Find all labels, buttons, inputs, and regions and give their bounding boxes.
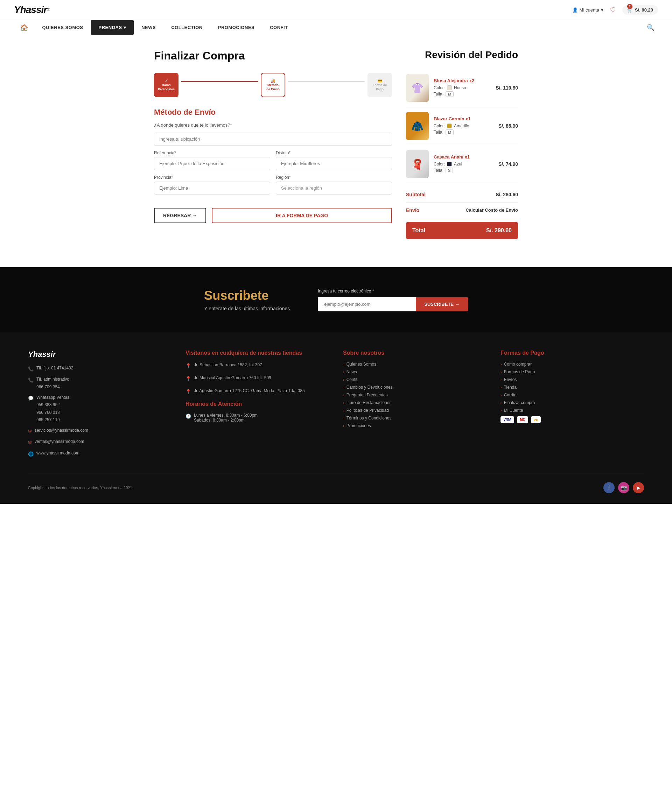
main-content: Finalizar Compra ✓ DatosPersonales 🚚 Mét… (126, 35, 546, 253)
header-actions: 👤 Mi cuenta ▾ ♡ 2 🛒 S/. 90.20 (572, 5, 658, 15)
stores-heading: Visitanos en cualquiera de nuestras tien… (186, 350, 329, 356)
footer-link-confit[interactable]: ›Confit (343, 377, 486, 382)
footer-link-carrito[interactable]: ›Carrito (501, 393, 644, 398)
footer-whatsapp-text: Whatsapp Ventas:959 388 952966 760 01896… (37, 394, 70, 424)
referencia-label: Referencia* (154, 150, 270, 155)
footer-link-faq[interactable]: ›Preguntas Frecuentes (343, 393, 486, 398)
newsletter-email-label: Ingresa tu correo electrónico * (318, 289, 467, 294)
order-item-1-talla: Talla: M (434, 91, 491, 97)
footer-contact-list: 📞 Tlf. fijo: 01 4741482 📞 Tlf. administr… (28, 364, 171, 458)
nav-item-news[interactable]: NEWS (134, 20, 163, 35)
phone-admin-icon: 📞 (28, 376, 34, 384)
order-item-2-image: 🧥 (406, 112, 429, 140)
referencia-input[interactable] (154, 157, 270, 170)
whatsapp-icon: 💬 (28, 394, 34, 402)
footer-admin-text: Tlf. administrativo:966 709 354 (37, 376, 70, 391)
payment-icons: VISA MC PE (501, 416, 644, 423)
delivery-icon: 🚚 (270, 78, 275, 83)
chevron-icon: › (343, 362, 344, 366)
order-item-3-details: Casaca Anahí x1 Color: Azul Talla: S (434, 154, 493, 174)
search-button[interactable]: 🔍 (643, 20, 658, 35)
footer-contact-website[interactable]: 🌐 www.yhassirmoda.com (28, 449, 171, 458)
location-icon-1: 📍 (186, 363, 191, 370)
newsletter-subscribe-button[interactable]: SUSCRIBETE → (416, 297, 467, 312)
footer-address-1: 📍 Jr. Sebastian Barranca 1582, Int 307. (186, 362, 329, 370)
phone-icon: 📞 (28, 365, 34, 373)
location-input[interactable] (154, 133, 392, 145)
cart-button[interactable]: 2 🛒 S/. 90.20 (622, 5, 658, 15)
row-referencia-distrito: Referencia* Distrito* (154, 150, 392, 175)
facebook-button[interactable]: f (603, 482, 614, 493)
account-button[interactable]: 👤 Mi cuenta ▾ (572, 7, 603, 13)
order-item-1-price: S/. 119.80 (496, 85, 518, 91)
provincia-input[interactable] (154, 182, 270, 195)
nav-item-promociones[interactable]: PROMOCIONES (210, 20, 262, 35)
footer-link-quienes[interactable]: ›Quienes Somos (343, 362, 486, 367)
cart-price: S/. 90.20 (635, 7, 653, 13)
step-connector-2 (288, 81, 365, 82)
order-item-1-color: Color: Hueso (434, 85, 491, 90)
logo[interactable]: Yhassir® (14, 4, 50, 15)
size-badge-2: M (446, 129, 454, 135)
checkout-right: Revisión del Pedido 👚 Blusa Alejandra x2… (406, 50, 518, 239)
next-button[interactable]: IR A FORMA DE PAGO (212, 208, 392, 223)
social-icons: f 📷 ▶ (603, 482, 644, 493)
footer-col-about: Sobre nosotros ›Quienes Somos ›News ›Con… (343, 350, 486, 461)
instagram-button[interactable]: 📷 (618, 482, 629, 493)
footer-link-terminos[interactable]: ›Términos y Condiciones (343, 415, 486, 420)
order-review-title: Revisión del Pedido (406, 50, 518, 61)
footer-contact-email1[interactable]: ✉ servicios@yhassirmoda.com (28, 427, 171, 435)
nav-item-home[interactable]: 🏠 (14, 20, 35, 35)
chevron-icon: › (501, 370, 502, 374)
provincia-label: Provincia* (154, 175, 270, 180)
envio-label: Envío (406, 208, 419, 213)
newsletter-title: Suscribete (204, 288, 290, 303)
footer-link-formas-pago[interactable]: ›Formas de Pago (501, 369, 644, 374)
footer: Yhassir 📞 Tlf. fijo: 01 4741482 📞 Tlf. a… (0, 332, 672, 504)
chevron-icon: › (343, 416, 344, 420)
total-row: Total S/. 290.60 (406, 222, 518, 239)
wishlist-button[interactable]: ♡ (610, 6, 616, 14)
footer-link-privacidad[interactable]: ›Políticas de Privacidad (343, 408, 486, 413)
footer-main: Yhassir 📞 Tlf. fijo: 01 4741482 📞 Tlf. a… (28, 350, 644, 461)
footer-contact-email2[interactable]: ✉ ventas@yhassirmoda.com (28, 438, 171, 446)
distrito-input[interactable] (276, 157, 392, 170)
order-item-3-image: 🧣 (406, 150, 429, 178)
footer-link-envios[interactable]: ›Envíos (501, 377, 644, 382)
envio-row: Envío Calcular Costo de Envío (406, 203, 518, 218)
footer-link-mi-cuenta[interactable]: ›Mi Cuenta (501, 408, 644, 413)
page-title: Finalizar Compra (154, 50, 392, 62)
region-select[interactable]: Selecciona la región Lima Arequipa (276, 182, 392, 195)
email-icon-2: ✉ (28, 438, 32, 446)
youtube-button[interactable]: ▶ (633, 482, 644, 493)
footer-link-reclamaciones[interactable]: ›Libro de Reclamaciones (343, 400, 486, 405)
step-circle-envio: 🚚 Métodode Envío (261, 73, 285, 97)
back-button[interactable]: REGRESAR → (154, 208, 206, 223)
heart-icon: ♡ (610, 6, 616, 14)
order-item-1-details: Blusa Alejandra x2 Color: Hueso Talla: M (434, 78, 491, 98)
referencia-group: Referencia* (154, 150, 270, 170)
footer-address-3: 📍 Jr. Agustin Gamarra 1275 CC. Gama Moda… (186, 388, 329, 396)
footer-link-como-comprar[interactable]: ›Como comprar (501, 362, 644, 367)
order-item-3-color: Color: Azul (434, 161, 493, 166)
newsletter-email-input[interactable] (318, 297, 416, 312)
footer-col-stores: Visitanos en cualquiera de nuestras tien… (186, 350, 329, 461)
order-item-1: 👚 Blusa Alejandra x2 Color: Hueso Talla:… (406, 69, 518, 107)
order-item-2-color: Color: Amarillo (434, 123, 493, 128)
chevron-icon: › (501, 385, 502, 389)
footer-email1-text: servicios@yhassirmoda.com (35, 427, 88, 435)
order-item-3-price: S/. 74.90 (498, 161, 518, 167)
chevron-down-icon: ▾ (601, 7, 603, 13)
footer-link-finalizar[interactable]: ›Finalizar compra (501, 400, 644, 405)
footer-col-payment: Formas de Pago ›Como comprar ›Formas de … (501, 350, 644, 461)
footer-link-news[interactable]: ›News (343, 369, 486, 374)
footer-link-promociones[interactable]: ›Promociones (343, 423, 486, 428)
nav-item-prendas[interactable]: PRENDAS ▾ (91, 20, 134, 35)
nav-item-confit[interactable]: CONFIT (262, 20, 295, 35)
footer-link-cambios[interactable]: ›Cambios y Devoluciones (343, 385, 486, 390)
nav-item-quienes-somos[interactable]: QUIENES SOMOS (35, 20, 91, 35)
footer-link-tienda[interactable]: ›Tienda (501, 385, 644, 390)
nav-item-collection[interactable]: COLLECTION (163, 20, 210, 35)
order-summary: Subtotal S/. 280.60 Envío Calcular Costo… (406, 187, 518, 239)
pagoefectivo-badge: PE (531, 416, 541, 423)
